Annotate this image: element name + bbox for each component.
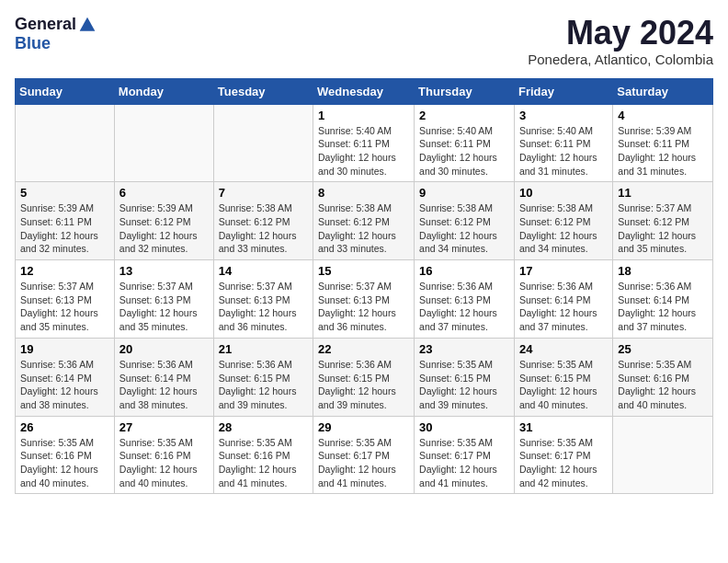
day-info: Sunrise: 5:35 AMSunset: 6:15 PMDaylight:… bbox=[519, 358, 608, 412]
weekday-header-thursday: Thursday bbox=[415, 78, 515, 104]
day-info: Sunrise: 5:38 AMSunset: 6:12 PMDaylight:… bbox=[318, 201, 409, 256]
day-number: 19 bbox=[20, 342, 109, 356]
calendar-cell: 28Sunrise: 5:35 AMSunset: 6:16 PMDayligh… bbox=[213, 416, 313, 494]
day-info: Sunrise: 5:38 AMSunset: 6:12 PMDaylight:… bbox=[219, 201, 308, 256]
calendar-cell bbox=[16, 104, 115, 182]
day-number: 24 bbox=[519, 342, 608, 356]
day-number: 8 bbox=[318, 186, 409, 200]
day-number: 22 bbox=[318, 342, 409, 356]
calendar-cell: 8Sunrise: 5:38 AMSunset: 6:12 PMDaylight… bbox=[313, 182, 415, 260]
day-number: 1 bbox=[318, 109, 409, 122]
day-number: 10 bbox=[519, 186, 608, 200]
calendar-cell: 29Sunrise: 5:35 AMSunset: 6:17 PMDayligh… bbox=[313, 416, 415, 494]
day-info: Sunrise: 5:40 AMSunset: 6:11 PMDaylight:… bbox=[318, 124, 409, 178]
day-number: 20 bbox=[119, 342, 209, 356]
calendar-cell: 7Sunrise: 5:38 AMSunset: 6:12 PMDaylight… bbox=[213, 182, 313, 260]
calendar-cell: 19Sunrise: 5:36 AMSunset: 6:14 PMDayligh… bbox=[16, 338, 115, 416]
day-info: Sunrise: 5:35 AMSunset: 6:16 PMDaylight:… bbox=[20, 436, 109, 490]
day-info: Sunrise: 5:39 AMSunset: 6:11 PMDaylight:… bbox=[20, 201, 109, 256]
weekday-header-sunday: Sunday bbox=[16, 78, 115, 104]
day-number: 30 bbox=[419, 420, 509, 434]
weekday-header-saturday: Saturday bbox=[613, 78, 713, 104]
logo-general-text: General bbox=[15, 15, 76, 34]
calendar-cell: 20Sunrise: 5:36 AMSunset: 6:14 PMDayligh… bbox=[114, 338, 213, 416]
calendar-cell: 26Sunrise: 5:35 AMSunset: 6:16 PMDayligh… bbox=[16, 416, 115, 494]
day-info: Sunrise: 5:36 AMSunset: 6:14 PMDaylight:… bbox=[519, 280, 608, 334]
day-number: 3 bbox=[519, 109, 608, 122]
day-info: Sunrise: 5:36 AMSunset: 6:14 PMDaylight:… bbox=[618, 280, 708, 334]
weekday-header-wednesday: Wednesday bbox=[313, 78, 415, 104]
day-info: Sunrise: 5:36 AMSunset: 6:14 PMDaylight:… bbox=[119, 358, 209, 412]
day-info: Sunrise: 5:36 AMSunset: 6:15 PMDaylight:… bbox=[219, 358, 308, 412]
day-info: Sunrise: 5:35 AMSunset: 6:16 PMDaylight:… bbox=[219, 436, 308, 490]
day-info: Sunrise: 5:35 AMSunset: 6:16 PMDaylight:… bbox=[119, 436, 209, 490]
day-info: Sunrise: 5:35 AMSunset: 6:16 PMDaylight:… bbox=[618, 358, 708, 412]
calendar-cell: 17Sunrise: 5:36 AMSunset: 6:14 PMDayligh… bbox=[514, 260, 612, 339]
calendar-cell: 31Sunrise: 5:35 AMSunset: 6:17 PMDayligh… bbox=[514, 416, 612, 494]
calendar-cell: 14Sunrise: 5:37 AMSunset: 6:13 PMDayligh… bbox=[213, 260, 313, 339]
calendar-cell: 3Sunrise: 5:40 AMSunset: 6:11 PMDaylight… bbox=[514, 104, 612, 182]
calendar-cell: 23Sunrise: 5:35 AMSunset: 6:15 PMDayligh… bbox=[415, 338, 515, 416]
day-info: Sunrise: 5:40 AMSunset: 6:11 PMDaylight:… bbox=[519, 124, 608, 178]
calendar-cell: 24Sunrise: 5:35 AMSunset: 6:15 PMDayligh… bbox=[514, 338, 612, 416]
day-number: 29 bbox=[318, 420, 409, 434]
calendar-cell: 16Sunrise: 5:36 AMSunset: 6:13 PMDayligh… bbox=[415, 260, 515, 339]
day-number: 15 bbox=[318, 264, 409, 278]
day-info: Sunrise: 5:35 AMSunset: 6:17 PMDaylight:… bbox=[318, 436, 409, 490]
calendar-cell bbox=[114, 104, 213, 182]
page-header: General Blue May 2024 Ponedera, Atlantic… bbox=[15, 15, 713, 67]
calendar-cell: 12Sunrise: 5:37 AMSunset: 6:13 PMDayligh… bbox=[16, 260, 115, 339]
day-number: 12 bbox=[20, 264, 109, 278]
month-title: May 2024 bbox=[528, 15, 713, 52]
weekday-header-row: SundayMondayTuesdayWednesdayThursdayFrid… bbox=[16, 78, 713, 104]
weekday-header-tuesday: Tuesday bbox=[213, 78, 313, 104]
calendar-cell: 9Sunrise: 5:38 AMSunset: 6:12 PMDaylight… bbox=[415, 182, 515, 260]
svg-marker-0 bbox=[80, 17, 96, 30]
calendar-week-row: 12Sunrise: 5:37 AMSunset: 6:13 PMDayligh… bbox=[16, 260, 713, 339]
calendar-cell: 1Sunrise: 5:40 AMSunset: 6:11 PMDaylight… bbox=[313, 104, 415, 182]
day-number: 17 bbox=[519, 264, 608, 278]
weekday-header-friday: Friday bbox=[514, 78, 612, 104]
weekday-header-monday: Monday bbox=[114, 78, 213, 104]
calendar-cell: 10Sunrise: 5:38 AMSunset: 6:12 PMDayligh… bbox=[514, 182, 612, 260]
calendar-cell: 25Sunrise: 5:35 AMSunset: 6:16 PMDayligh… bbox=[613, 338, 713, 416]
day-info: Sunrise: 5:37 AMSunset: 6:13 PMDaylight:… bbox=[219, 280, 308, 334]
day-info: Sunrise: 5:35 AMSunset: 6:17 PMDaylight:… bbox=[519, 436, 608, 490]
day-number: 4 bbox=[618, 109, 708, 122]
day-info: Sunrise: 5:36 AMSunset: 6:15 PMDaylight:… bbox=[318, 358, 409, 412]
location: Ponedera, Atlantico, Colombia bbox=[528, 52, 713, 67]
calendar-cell bbox=[213, 104, 313, 182]
calendar-week-row: 1Sunrise: 5:40 AMSunset: 6:11 PMDaylight… bbox=[16, 104, 713, 182]
calendar-cell: 13Sunrise: 5:37 AMSunset: 6:13 PMDayligh… bbox=[114, 260, 213, 339]
day-info: Sunrise: 5:36 AMSunset: 6:13 PMDaylight:… bbox=[419, 280, 509, 334]
calendar-cell: 2Sunrise: 5:40 AMSunset: 6:11 PMDaylight… bbox=[415, 104, 515, 182]
calendar-cell: 30Sunrise: 5:35 AMSunset: 6:17 PMDayligh… bbox=[415, 416, 515, 494]
day-info: Sunrise: 5:37 AMSunset: 6:13 PMDaylight:… bbox=[20, 280, 109, 334]
calendar-cell: 6Sunrise: 5:39 AMSunset: 6:12 PMDaylight… bbox=[114, 182, 213, 260]
day-number: 11 bbox=[618, 186, 708, 200]
day-number: 14 bbox=[219, 264, 308, 278]
day-number: 18 bbox=[618, 264, 708, 278]
logo: General Blue bbox=[15, 15, 97, 53]
logo-blue-text: Blue bbox=[15, 34, 51, 53]
day-info: Sunrise: 5:39 AMSunset: 6:11 PMDaylight:… bbox=[618, 124, 708, 178]
day-info: Sunrise: 5:40 AMSunset: 6:11 PMDaylight:… bbox=[419, 124, 509, 178]
day-number: 7 bbox=[219, 186, 308, 200]
calendar-cell: 27Sunrise: 5:35 AMSunset: 6:16 PMDayligh… bbox=[114, 416, 213, 494]
day-info: Sunrise: 5:39 AMSunset: 6:12 PMDaylight:… bbox=[119, 201, 209, 256]
calendar-week-row: 26Sunrise: 5:35 AMSunset: 6:16 PMDayligh… bbox=[16, 416, 713, 494]
day-number: 13 bbox=[119, 264, 209, 278]
calendar-cell: 21Sunrise: 5:36 AMSunset: 6:15 PMDayligh… bbox=[213, 338, 313, 416]
day-info: Sunrise: 5:35 AMSunset: 6:15 PMDaylight:… bbox=[419, 358, 509, 412]
day-number: 5 bbox=[20, 186, 109, 200]
calendar-week-row: 5Sunrise: 5:39 AMSunset: 6:11 PMDaylight… bbox=[16, 182, 713, 260]
day-info: Sunrise: 5:38 AMSunset: 6:12 PMDaylight:… bbox=[519, 201, 608, 256]
day-info: Sunrise: 5:37 AMSunset: 6:13 PMDaylight:… bbox=[119, 280, 209, 334]
calendar-cell: 18Sunrise: 5:36 AMSunset: 6:14 PMDayligh… bbox=[613, 260, 713, 339]
day-number: 6 bbox=[119, 186, 209, 200]
day-number: 25 bbox=[618, 342, 708, 356]
day-number: 2 bbox=[419, 109, 509, 122]
calendar-cell: 4Sunrise: 5:39 AMSunset: 6:11 PMDaylight… bbox=[613, 104, 713, 182]
calendar-week-row: 19Sunrise: 5:36 AMSunset: 6:14 PMDayligh… bbox=[16, 338, 713, 416]
calendar-cell: 5Sunrise: 5:39 AMSunset: 6:11 PMDaylight… bbox=[16, 182, 115, 260]
